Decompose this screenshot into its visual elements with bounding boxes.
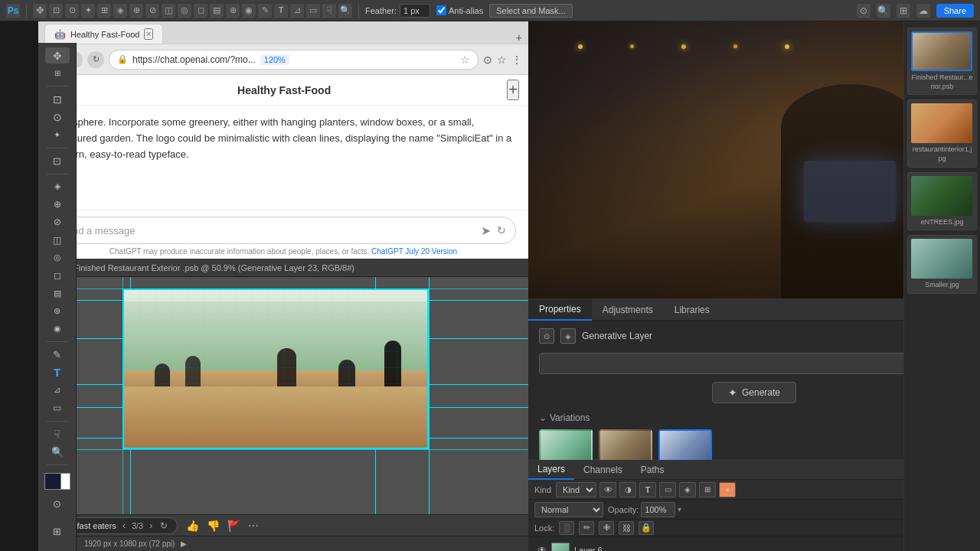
more-btn[interactable]: ⋯ [246, 520, 261, 532]
generate-button[interactable]: ✦ Generate [712, 382, 796, 403]
dislike-btn[interactable]: 👎 [204, 520, 222, 532]
brush-tool-icon[interactable]: ⊘ [145, 4, 159, 18]
type-btn[interactable]: T [45, 364, 70, 380]
bookmark-icon[interactable]: ☆ [460, 54, 470, 66]
chatgpt-new-chat-btn[interactable]: + [507, 80, 519, 100]
lock-move-btn[interactable]: ⛓ [619, 521, 634, 535]
browser-settings-btn[interactable]: ⋮ [511, 54, 522, 66]
marquee-tool-icon[interactable]: ⊡ [49, 4, 63, 18]
history-icon[interactable]: ◎ [178, 4, 191, 18]
refresh-btn[interactable]: ↻ [87, 51, 104, 68]
stamp-tool-icon[interactable]: ◫ [162, 4, 175, 18]
layer-eye-icon[interactable]: 👁 [537, 545, 547, 551]
screen-mode-btn[interactable]: ⊞ [45, 519, 70, 543]
flag-btn[interactable]: 🚩 [225, 520, 243, 532]
dodge-btn[interactable]: ◉ [45, 321, 70, 337]
status-more-btn[interactable]: ▶ [181, 540, 187, 548]
tab-close-btn[interactable]: ✕ [144, 28, 153, 40]
zoom-tool-icon[interactable]: 🔍 [338, 4, 352, 18]
dodge-tool-icon[interactable]: ◉ [242, 4, 256, 18]
marquee-btn[interactable]: ⊡ [45, 91, 70, 107]
shape-tool-icon[interactable]: ▭ [306, 4, 320, 18]
layer-shape-btn[interactable]: ▭ [659, 482, 676, 497]
magic-wand-icon[interactable]: ✦ [81, 4, 95, 18]
browser-url-bar[interactable]: 🔒 https://chat.openai.com/?mo... 120% ☆ [109, 50, 479, 70]
favorites-btn[interactable]: ☆ [497, 54, 507, 66]
search-icon[interactable]: 🔍 [877, 4, 890, 18]
select-mask-button[interactable]: Select and Mask... [489, 4, 573, 18]
eraser-btn[interactable]: ◻ [45, 267, 70, 283]
new-tab-btn[interactable]: + [516, 31, 522, 44]
lasso-tool-icon[interactable]: ⊙ [65, 4, 79, 18]
crop-tool-icon[interactable]: ⊞ [97, 4, 111, 18]
pen-btn[interactable]: ✎ [45, 347, 70, 363]
browser-tab-chatgpt[interactable]: 🤖 Healthy Fast-Food ✕ [44, 24, 163, 44]
blur-tool-icon[interactable]: ⊛ [226, 4, 240, 18]
eyedropper-icon[interactable]: ◈ [113, 4, 127, 18]
layer-adjustment-btn[interactable]: ◑ [619, 482, 636, 497]
blend-mode-select[interactable]: Normal [534, 502, 603, 517]
lock-all-btn[interactable]: 🔒 [639, 521, 654, 535]
kind-select[interactable]: Kind [556, 482, 596, 497]
path-select-btn[interactable]: ⊿ [45, 382, 70, 398]
layer-pixel-btn[interactable]: ⊞ [699, 482, 716, 497]
hand-tool-icon[interactable]: ☟ [322, 4, 336, 18]
antialias-control[interactable]: Anti-alias [436, 5, 483, 15]
file-thumb-finished-restaurant[interactable]: Finished Restaur...erior.psb [907, 28, 977, 95]
disclaimer-link[interactable]: ChatGPT July 20 Version [371, 247, 457, 256]
move-tool-btn[interactable]: ✥ [45, 47, 70, 64]
prompt-loop-btn[interactable]: ↻ [158, 520, 169, 531]
lock-pixels-btn[interactable]: ░ [559, 521, 574, 535]
stamp-btn[interactable]: ◫ [45, 232, 70, 248]
chat-send-btn[interactable]: ➤ [481, 223, 491, 238]
eraser-tool-icon[interactable]: ◻ [194, 4, 207, 18]
gradient-tool-icon[interactable]: ▤ [210, 4, 224, 18]
feather-input[interactable] [400, 4, 430, 18]
share-button[interactable]: Share [936, 4, 974, 18]
tab-layers[interactable]: Layers [528, 460, 574, 480]
path-select-icon[interactable]: ⊿ [290, 4, 304, 18]
brush-btn[interactable]: ⊘ [45, 214, 70, 230]
tab-properties[interactable]: Properties [528, 299, 592, 321]
crop-btn[interactable]: ⊡ [45, 152, 70, 168]
prompt-next-btn[interactable]: › [148, 520, 154, 531]
color-swatches[interactable] [44, 473, 70, 491]
lock-artboard-btn[interactable]: ✙ [599, 521, 614, 535]
history-btn[interactable]: ◎ [45, 249, 70, 266]
opacity-input[interactable] [641, 502, 675, 517]
move-tool-icon[interactable]: ✥ [33, 4, 47, 18]
lock-image-btn[interactable]: ✏ [579, 521, 594, 535]
tab-libraries[interactable]: Libraries [664, 299, 720, 321]
frame-icon[interactable]: ⊞ [897, 4, 910, 18]
pen-tool-icon[interactable]: ✎ [258, 4, 272, 18]
foreground-color-swatch[interactable] [44, 473, 61, 490]
hand-btn[interactable]: ☟ [45, 425, 70, 442]
tab-channels[interactable]: Channels [574, 460, 632, 480]
quick-mask-btn[interactable]: ⊙ [45, 491, 70, 516]
tab-paths[interactable]: Paths [632, 460, 674, 480]
ps-canvas[interactable] [38, 277, 528, 514]
antialias-checkbox[interactable] [436, 5, 446, 15]
type-tool-icon[interactable]: T [274, 4, 288, 18]
adjustment-icon[interactable]: ⊙ [857, 4, 871, 18]
file-thumb-smaller[interactable]: Smaller.jpg [907, 235, 977, 294]
eyedropper-btn[interactable]: ◈ [45, 178, 70, 194]
cloud-icon[interactable]: ☁ [916, 4, 930, 18]
shape-btn[interactable]: ▭ [45, 400, 70, 416]
artboard-btn[interactable]: ⊞ [45, 65, 70, 81]
zoom-btn[interactable]: 🔍 [45, 444, 70, 460]
file-thumb-entrees[interactable]: eNTREES.jpg [907, 172, 977, 231]
layer-visibility-btn[interactable]: 👁 [599, 482, 616, 497]
magic-wand-btn[interactable]: ✦ [45, 127, 70, 143]
layer-smart-btn[interactable]: ◈ [679, 482, 696, 497]
layer-type-btn[interactable]: T [639, 482, 656, 497]
prompt-prev-btn[interactable]: ‹ [121, 520, 127, 531]
heal-tool-icon[interactable]: ⊕ [129, 4, 143, 18]
layer-star-btn[interactable]: ● [719, 482, 736, 497]
chat-input-bar[interactable]: Send a message ➤ ↻ [51, 217, 516, 244]
chat-refresh-btn[interactable]: ↻ [497, 224, 506, 236]
gradient-btn[interactable]: ▤ [45, 285, 70, 302]
extension-btn[interactable]: ⊙ [483, 54, 492, 66]
file-thumb-interior1[interactable]: restaurantinterior1.jpg [907, 99, 977, 167]
like-btn[interactable]: 👍 [184, 520, 201, 532]
